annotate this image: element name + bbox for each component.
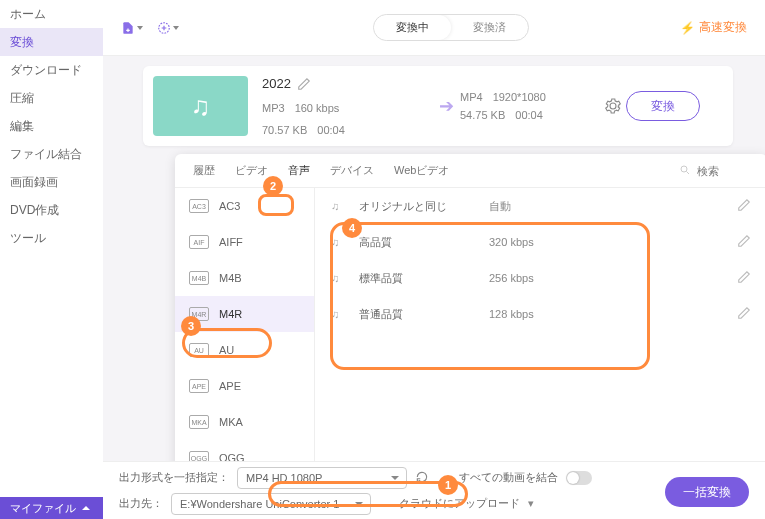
file-card: ♫ 2022 MP3 160 kbps 70.57 KB 00:04 ➔ MP4…	[143, 66, 733, 146]
file-thumbnail[interactable]: ♫	[153, 76, 248, 136]
file-input-meta: 2022 MP3 160 kbps 70.57 KB 00:04	[262, 76, 432, 136]
convert-button[interactable]: 変換	[626, 91, 700, 121]
rename-icon[interactable]	[297, 77, 311, 91]
tab-audio[interactable]: 音声	[280, 159, 318, 182]
quality-normal[interactable]: ♫ 普通品質 128 kbps	[315, 296, 765, 332]
chevron-down-icon	[137, 26, 143, 30]
input-duration: 00:04	[317, 124, 345, 136]
segment-converted[interactable]: 変換済	[451, 15, 528, 40]
quality-standard[interactable]: ♫ 標準品質 256 kbps	[315, 260, 765, 296]
format-m4b[interactable]: M4BM4B	[175, 260, 314, 296]
sidebar-item-download[interactable]: ダウンロード	[0, 56, 103, 84]
format-ape[interactable]: APEAPE	[175, 368, 314, 404]
topbar: 変換中 変換済 ⚡ 高速変換	[103, 0, 765, 56]
sidebar-item-tools[interactable]: ツール	[0, 224, 103, 252]
add-folder-icon[interactable]	[157, 17, 179, 39]
add-file-icon[interactable]	[121, 17, 143, 39]
sidebar-item-record[interactable]: 画面録画	[0, 168, 103, 196]
format-panel: 履歴 ビデオ 音声 デバイス Webビデオ AC3AC3 AIFAIFF M4B…	[175, 154, 765, 494]
file-output-meta: MP4 1920*1080 54.75 KB 00:04	[460, 76, 600, 136]
output-size: 54.75 KB	[460, 109, 505, 121]
merge-toggle[interactable]	[566, 471, 592, 485]
cloud-upload-label: クラウドにアップロード	[399, 496, 520, 511]
edit-icon[interactable]	[737, 306, 751, 322]
input-size: 70.57 KB	[262, 124, 307, 136]
arrow-right-icon: ➔	[432, 76, 460, 136]
output-format-label: 出力形式を一括指定：	[119, 470, 229, 485]
format-ac3[interactable]: AC3AC3	[175, 188, 314, 224]
tab-history[interactable]: 履歴	[185, 159, 223, 182]
format-au[interactable]: AUAU	[175, 332, 314, 368]
quality-high[interactable]: ♫ 高品質 320 kbps	[315, 224, 765, 260]
segment-converting[interactable]: 変換中	[374, 15, 451, 40]
format-aiff[interactable]: AIFAIFF	[175, 224, 314, 260]
panel-search	[679, 164, 757, 178]
tab-device[interactable]: デバイス	[322, 159, 382, 182]
sidebar-item-home[interactable]: ホーム	[0, 0, 103, 28]
music-note-icon: ♫	[331, 236, 349, 248]
music-note-icon: ♫	[331, 272, 349, 284]
bottom-bar: 出力形式を一括指定： MP4 HD 1080P すべての動画を結合 出力先： E…	[103, 461, 765, 519]
fast-convert-label: 高速変換	[699, 19, 747, 36]
tab-video[interactable]: ビデオ	[227, 159, 276, 182]
output-resolution: 1920*1080	[493, 91, 546, 103]
format-mka[interactable]: MKAMKA	[175, 404, 314, 440]
music-note-icon: ♫	[331, 200, 349, 212]
sidebar: ホーム 変換 ダウンロード 圧縮 編集 ファイル結合 画面録画 DVD作成 ツー…	[0, 0, 103, 519]
edit-icon[interactable]	[737, 198, 751, 214]
sidebar-footer-myfiles[interactable]: マイファイル	[0, 497, 103, 519]
input-format: MP3	[262, 102, 285, 114]
svg-point-1	[681, 166, 687, 172]
lightning-icon: ⚡	[680, 21, 695, 35]
panel-tabs: 履歴 ビデオ 音声 デバイス Webビデオ	[175, 154, 765, 188]
quality-original[interactable]: ♫ オリジナルと同じ 自動	[315, 188, 765, 224]
sidebar-item-edit[interactable]: 編集	[0, 112, 103, 140]
format-list: AC3AC3 AIFAIFF M4BM4B M4RM4R AUAU APEAPE…	[175, 188, 315, 494]
search-icon	[679, 164, 691, 178]
refresh-icon[interactable]	[415, 470, 431, 486]
output-duration: 00:04	[515, 109, 543, 121]
tab-webvideo[interactable]: Webビデオ	[386, 159, 457, 182]
content-area: ♫ 2022 MP3 160 kbps 70.57 KB 00:04 ➔ MP4…	[103, 56, 765, 519]
sidebar-item-dvd[interactable]: DVD作成	[0, 196, 103, 224]
input-bitrate: 160 kbps	[295, 102, 340, 114]
music-note-icon: ♫	[191, 91, 211, 122]
status-segment: 変換中 変換済	[373, 14, 529, 41]
output-format-select[interactable]: MP4 HD 1080P	[237, 467, 407, 489]
sidebar-item-merge[interactable]: ファイル結合	[0, 140, 103, 168]
chevron-down-icon[interactable]: ▾	[528, 497, 534, 510]
edit-icon[interactable]	[737, 270, 751, 286]
chevron-down-icon	[173, 26, 179, 30]
sidebar-item-convert[interactable]: 変換	[0, 28, 103, 56]
output-path-label: 出力先：	[119, 496, 163, 511]
sidebar-item-compress[interactable]: 圧縮	[0, 84, 103, 112]
format-m4r[interactable]: M4RM4R	[175, 296, 314, 332]
search-input[interactable]	[697, 165, 757, 177]
quality-list: ♫ オリジナルと同じ 自動 ♫ 高品質 320 kbps ♫ 標準品質 256 …	[315, 188, 765, 494]
output-format: MP4	[460, 91, 483, 103]
batch-convert-button[interactable]: 一括変換	[665, 477, 749, 507]
edit-icon[interactable]	[737, 234, 751, 250]
output-path-select[interactable]: E:¥Wondershare UniConverter 1	[171, 493, 371, 515]
settings-icon[interactable]	[600, 76, 626, 136]
fast-convert[interactable]: ⚡ 高速変換	[680, 19, 747, 36]
file-name: 2022	[262, 76, 291, 91]
merge-label: すべての動画を結合	[459, 470, 558, 485]
music-note-icon: ♫	[331, 308, 349, 320]
